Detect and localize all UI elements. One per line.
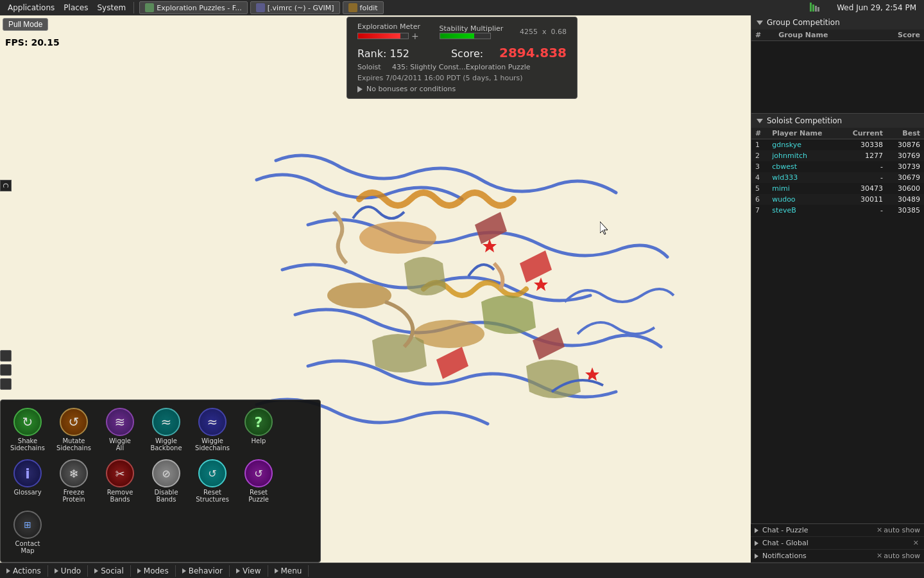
score-value: 2894.838 [499,45,567,60]
soloist-comp-expand-icon [757,119,763,123]
social-arrow [94,568,98,574]
sol-rank: 7 [751,205,768,216]
wiggle-all-button[interactable]: ≋ WiggleAll [98,405,142,454]
soloist-row[interactable]: 5 mimi 30473 30600 [751,183,924,194]
sol-rank: 3 [751,161,768,172]
menu-modes[interactable]: Modes [131,565,176,577]
chat-puzzle-close[interactable]: ✕ [877,526,882,534]
soloist-row[interactable]: 6 wudoo 30011 30489 [751,194,924,205]
left-tool-1[interactable] [0,350,12,362]
chat-puzzle-autoshow[interactable]: auto show [884,526,920,534]
behavior-arrow [182,568,186,574]
undo-arrow [55,568,58,574]
svg-rect-0 [810,3,812,12]
contact-map-button[interactable]: ⊞ ContactMap [6,508,49,557]
sol-current: 1277 [840,150,887,161]
group-competition-table: # Group Name Score [751,30,924,113]
window-exploration[interactable]: Exploration Puzzles - F... [139,1,248,14]
places-menu[interactable]: Places [60,2,92,13]
menu-actions[interactable]: Actions [0,565,48,577]
chat-global-close[interactable]: ✕ [913,539,919,547]
undo-label: Undo [61,566,81,575]
pull-mode-button[interactable]: Pull Mode [3,18,48,31]
menu-behavior[interactable]: Behavior [176,565,230,577]
mutate-sidechains-label: MutateSidechains [56,437,91,451]
disable-bands-button[interactable]: ⊘ DisableBands [144,457,188,505]
help-icon: ? [244,408,273,436]
network-icon [806,3,829,13]
menu-social[interactable]: Social [88,565,131,577]
wiggle-backbone-button[interactable]: ≈ WiggleBackbone [144,405,188,454]
disable-bands-icon: ⊘ [152,459,180,487]
group-competition-section: Group Competition # Group Name Score [751,15,924,114]
window-vim[interactable]: [.vimrc (~) - GVIM] [250,1,340,14]
soloist-row[interactable]: 1 gdnskye 30338 30876 [751,139,924,151]
sol-current: - [840,161,887,172]
remove-bands-icon: ✂ [106,459,134,487]
mutate-sidechains-button[interactable]: ↺ MutateSidechains [52,405,96,454]
sol-best: 30385 [887,205,924,216]
freeze-protein-button[interactable]: ❄ FreezeProtein [52,457,96,505]
menu-view[interactable]: View [230,565,268,577]
sol-player: steveB [768,205,840,216]
menu-undo[interactable]: Undo [48,565,88,577]
stability-label: Stability Multiplier [440,24,504,33]
puzzle-details: Soloist 435: Slightly Const...Exploratio… [357,63,567,71]
svg-point-6 [414,320,484,348]
chat-global-label: Chat - Global [762,539,912,547]
wiggle-sidechains-button[interactable]: ≈ WiggleSidechains [191,405,234,454]
sol-player: wudoo [768,194,840,205]
apps-menu[interactable]: Applications Places System [0,2,134,13]
applications-menu[interactable]: Applications [4,2,58,13]
reset-puzzle-button[interactable]: ↺ ResetPuzzle [237,457,280,505]
chat-puzzle-row[interactable]: Chat - Puzzle ✕ auto show [751,524,924,537]
soloist-competition-section: Soloist Competition # Player Name Curren… [751,114,924,578]
svg-rect-2 [815,6,817,12]
remove-bands-button[interactable]: ✂ RemoveBands [98,457,142,505]
notifications-close[interactable]: ✕ [877,552,882,560]
menu-bar: Actions Undo Social Modes Behavior View … [0,563,924,578]
soloist-row[interactable]: 7 steveB - 30385 [751,205,924,216]
soloist-competition-header[interactable]: Soloist Competition [751,114,924,128]
left-tool-2[interactable] [0,364,12,376]
taskbar: Applications Places System Exploration P… [0,0,924,15]
notifications-autoshow[interactable]: auto show [884,552,920,560]
svg-rect-3 [817,7,819,12]
group-comp-expand-icon [757,21,763,25]
soloist-row[interactable]: 2 johnmitch 1277 30769 [751,150,924,161]
view-arrow [236,568,240,574]
sol-best: 30489 [887,194,924,205]
group-col-hash: # [751,30,774,41]
actions-arrow [6,568,10,574]
menu-menu[interactable]: Menu [268,565,309,577]
rank-score-row: Rank: 152 Score: 2894.838 [357,45,567,60]
reset-structures-icon: ↺ [198,459,227,487]
sol-rank: 5 [751,183,768,194]
svg-marker-7 [475,212,507,244]
reset-puzzle-label: ResetPuzzle [248,489,269,503]
sol-player: wld333 [768,172,840,183]
mutate-sidechains-icon: ↺ [60,408,88,436]
shake-sidechains-button[interactable]: ↻ ShakeSidechains [6,405,49,454]
chat-global-row[interactable]: Chat - Global ✕ [751,537,924,550]
contact-map-label: ContactMap [15,540,40,554]
wiggle-backbone-label: WiggleBackbone [150,437,182,451]
sol-player: johnmitch [768,150,840,161]
left-tool-3[interactable] [0,378,12,390]
exploration-label: Exploration Meter [357,22,420,31]
notifications-row[interactable]: Notifications ✕ auto show [751,550,924,563]
reset-structures-button[interactable]: ↺ ResetStructures [191,457,234,505]
soloist-row[interactable]: 3 cbwest - 30739 [751,161,924,172]
cookbook-sidebar[interactable]: Cookbook [0,180,12,191]
help-button[interactable]: ? Help [237,405,280,454]
score-panel: Exploration Meter + Stability Multiplier… [346,17,578,99]
window-foldit[interactable]: foldit [343,1,384,14]
system-menu[interactable]: System [93,2,130,13]
group-competition-header[interactable]: Group Competition [751,15,924,30]
menu-arrow [275,568,278,574]
glossary-button[interactable]: i Glossary [6,457,49,505]
soloist-row[interactable]: 4 wld333 - 30679 [751,172,924,183]
fps-display: FPS: 20.15 [5,37,60,48]
bonuses-row[interactable]: No bonuses or conditions [357,85,567,93]
notifications-label: Notifications [762,552,875,560]
